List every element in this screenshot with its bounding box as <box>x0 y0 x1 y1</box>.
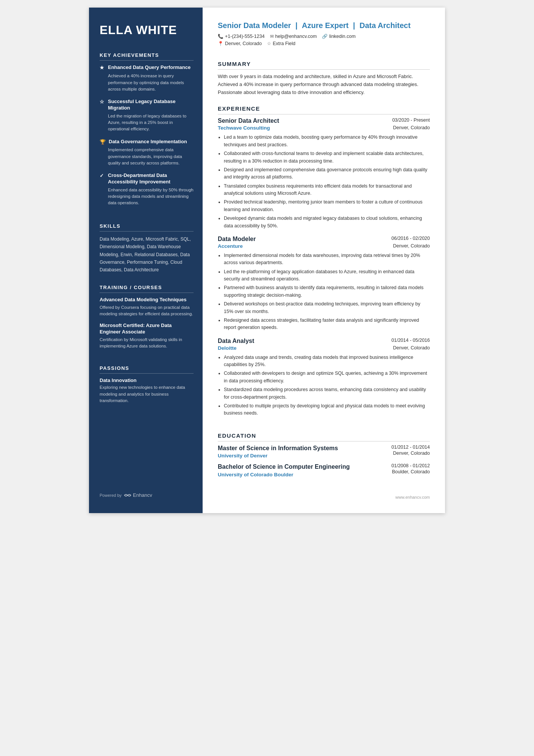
education-item: Master of Science in Information Systems… <box>218 445 430 459</box>
achievement-title-text: Successful Legacy Database Migration <box>108 99 194 111</box>
enhancv-logo: Enhancv <box>124 492 152 498</box>
exp-company-row: Deloitte Denver, Colorado <box>218 345 430 351</box>
training-item: Advanced Data Modeling Techniques Offere… <box>100 297 194 317</box>
training-title: Advanced Data Modeling Techniques <box>100 297 194 303</box>
edu-date: 01/2008 - 01/2012 <box>381 463 430 468</box>
exp-date: 03/2020 - Present <box>392 117 430 123</box>
edu-degree: Master of Science in Information Systems <box>218 445 338 452</box>
title-part: Data Architect <box>359 21 411 30</box>
experience-item: Data Analyst 01/2014 - 05/2016 Deloitte … <box>218 338 430 417</box>
training-desc: Certification by Microsoft validating sk… <box>100 337 194 350</box>
email-text: help@enhancv.com <box>275 34 317 39</box>
education-section: EDUCATION Master of Science in Informati… <box>218 432 430 482</box>
edu-degree: Bachelor of Science in Computer Engineer… <box>218 463 350 471</box>
achievement-title-text: Data Governance Implementation <box>109 139 187 145</box>
link-icon: 🔗 <box>322 34 328 39</box>
training-title: Microsoft Certified: Azure Data Engineer… <box>100 322 194 335</box>
bullet-item: Designed and implemented comprehensive d… <box>224 166 430 181</box>
skills-text: Data Modeling, Azure, Microsoft Fabric, … <box>100 235 194 274</box>
bullet-item: Collaborated with developers to design a… <box>224 370 430 385</box>
bullet-item: Delivered workshops on best-practice dat… <box>224 301 430 315</box>
education-item: Bachelor of Science in Computer Engineer… <box>218 463 430 477</box>
exp-header: Data Modeler 06/2016 - 02/2020 <box>218 236 430 243</box>
exp-bullets: Led a team to optimize data models, boos… <box>218 134 430 230</box>
achievement-title-text: Cross-Departmental Data Accessibility Im… <box>108 172 194 185</box>
achievement-icon: ☆ <box>100 99 105 105</box>
exp-title: Senior Data Architect <box>218 117 279 124</box>
bullet-item: Analyzed data usage and trends, creating… <box>224 354 430 369</box>
main-footer: www.enhancv.com <box>218 491 430 499</box>
achievements-list: ★ Enhanced Data Query Performance Achiev… <box>100 64 194 206</box>
exp-title: Data Analyst <box>218 338 254 344</box>
achievement-title: ☆ Successful Legacy Database Migration <box>100 99 194 111</box>
passions-list: Data Innovation Exploring new technologi… <box>100 377 194 404</box>
exp-header: Senior Data Architect 03/2020 - Present <box>218 117 430 124</box>
location-text: Denver, Colorado <box>225 41 262 46</box>
linkedin-item: 🔗 linkedin.com <box>322 34 355 39</box>
achievement-title: ✓ Cross-Departmental Data Accessibility … <box>100 172 194 185</box>
exp-company: Techwave Consulting <box>218 125 270 131</box>
location-icon: 📍 <box>218 41 223 46</box>
achievement-title-text: Enhanced Data Query Performance <box>108 64 190 71</box>
summary-title: SUMMARY <box>218 61 430 70</box>
title-separator: | <box>293 21 300 30</box>
exp-bullets: Implemented dimensional models for data … <box>218 252 430 332</box>
candidate-name: ELLA WHITE <box>100 23 194 37</box>
main-content: Senior Data Modeler | Azure Expert | Dat… <box>203 8 445 513</box>
bullet-item: Led a team to optimize data models, boos… <box>224 134 430 149</box>
bullet-item: Provided technical leadership, mentoring… <box>224 199 430 213</box>
achievements-section: KEY ACHIEVEMENTS ★ Enhanced Data Query P… <box>100 52 194 212</box>
achievement-desc: Led the migration of legacy databases to… <box>100 113 194 133</box>
edu-left: Master of Science in Information Systems… <box>218 445 338 459</box>
experience-item: Senior Data Architect 03/2020 - Present … <box>218 117 430 230</box>
experience-section: EXPERIENCE Senior Data Architect 03/2020… <box>218 105 430 423</box>
email-icon: ✉ <box>270 34 274 39</box>
exp-date: 01/2014 - 05/2016 <box>392 338 430 343</box>
edu-location: Denver, Colorado <box>381 451 430 456</box>
exp-company: Deloitte <box>218 345 237 351</box>
summary-section: SUMMARY With over 9 years in data modeli… <box>218 61 430 96</box>
contact-row: 📞 +1-(234)-555-1234 ✉ help@enhancv.com 🔗… <box>218 34 430 39</box>
edu-school: University of Colorado Boulder <box>218 472 350 477</box>
exp-company: Accenture <box>218 243 243 249</box>
experience-list: Senior Data Architect 03/2020 - Present … <box>218 117 430 417</box>
achievement-desc: Implemented comprehensive data governanc… <box>100 147 194 166</box>
skills-section: SKILLS Data Modeling, Azure, Microsoft F… <box>100 223 194 274</box>
email-item: ✉ help@enhancv.com <box>270 34 317 39</box>
extra-item: ☆ Extra Field <box>267 41 295 46</box>
achievements-title: KEY ACHIEVEMENTS <box>100 52 194 61</box>
bullet-item: Collaborated with cross-functional teams… <box>224 150 430 165</box>
achievement-icon: ✓ <box>100 173 105 179</box>
phone-item: 📞 +1-(234)-555-1234 <box>218 34 265 39</box>
education-title: EDUCATION <box>218 432 430 441</box>
edu-date: 01/2012 - 01/2014 <box>381 445 430 450</box>
summary-text: With over 9 years in data modeling and a… <box>218 73 430 96</box>
main-header: Senior Data Modeler | Azure Expert | Dat… <box>218 21 430 55</box>
passions-section: PASSIONS Data Innovation Exploring new t… <box>100 365 194 404</box>
achievement-item: 🏆 Data Governance Implementation Impleme… <box>100 139 194 167</box>
phone-text: +1-(234)-555-1234 <box>225 34 265 39</box>
exp-bullets: Analyzed data usage and trends, creating… <box>218 354 430 417</box>
passions-title: PASSIONS <box>100 365 194 374</box>
edu-right: 01/2012 - 01/2014 Denver, Colorado <box>381 445 430 459</box>
sidebar-footer: Powered by Enhancv <box>100 485 194 498</box>
experience-title: EXPERIENCE <box>218 105 430 114</box>
training-list: Advanced Data Modeling Techniques Offere… <box>100 297 194 350</box>
edu-right: 01/2008 - 01/2012 Boulder, Colorado <box>381 463 430 477</box>
title-part: Senior Data Modeler <box>218 21 291 30</box>
achievement-title: ★ Enhanced Data Query Performance <box>100 64 194 71</box>
phone-icon: 📞 <box>218 34 223 39</box>
achievement-desc: Achieved a 40% increase in query perform… <box>100 73 194 92</box>
title-separator: | <box>351 21 357 30</box>
star-icon: ☆ <box>267 41 271 46</box>
bullet-item: Led the re-platforming of legacy applica… <box>224 268 430 283</box>
title-part: Azure Expert <box>302 21 348 30</box>
achievement-icon: ★ <box>100 65 105 71</box>
achievement-title: 🏆 Data Governance Implementation <box>100 139 194 146</box>
logo-icon <box>124 493 131 498</box>
exp-location: Denver, Colorado <box>393 345 430 351</box>
location-row: 📍 Denver, Colorado ☆ Extra Field <box>218 41 430 46</box>
edu-left: Bachelor of Science in Computer Engineer… <box>218 463 350 477</box>
edu-school: University of Denver <box>218 453 338 459</box>
sidebar: ELLA WHITE KEY ACHIEVEMENTS ★ Enhanced D… <box>89 8 203 513</box>
